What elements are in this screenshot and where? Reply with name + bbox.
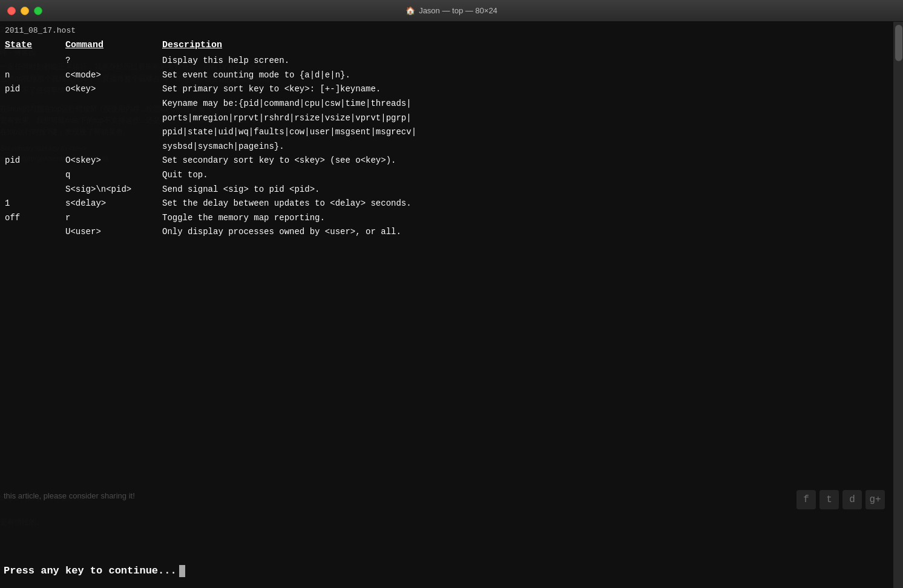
cell-command <box>65 140 162 154</box>
terminal: 2011_08_17.host 峰 - 博客园 一定任何时刻都能正常运行，我亲身… <box>0 22 893 588</box>
cell-description: Send signal <sig> to pid <pid>. <box>162 183 888 197</box>
terminal-help-overlay: 2011_08_17.host State Command Descriptio… <box>0 22 893 588</box>
scrollbar[interactable] <box>893 22 903 588</box>
table-row: pidO<skey>Set secondary sort key to <ske… <box>5 154 888 168</box>
cell-description: Set the delay between updates to <delay>… <box>162 197 888 211</box>
cell-command: c<mode> <box>65 68 162 83</box>
table-row: sysbsd|sysmach|pageins}. <box>5 140 888 154</box>
close-button[interactable] <box>7 7 16 15</box>
cell-state <box>5 111 65 126</box>
table-row: qQuit top. <box>5 168 888 183</box>
table-row: offrToggle the memory map reporting. <box>5 211 888 226</box>
table-row: ppid|state|uid|wq|faults|cow|user|msgsen… <box>5 125 888 140</box>
col-header-description: Description <box>162 38 888 54</box>
traffic-lights <box>7 7 42 15</box>
cell-state <box>5 183 65 197</box>
header-row: 2011_08_17.host <box>5 25 888 36</box>
googleplus-icon[interactable]: g+ <box>865 490 885 509</box>
table-row: ?Display this help screen. <box>5 54 888 68</box>
cell-command: q <box>65 168 162 183</box>
cell-state <box>5 225 65 240</box>
cell-state <box>5 54 65 68</box>
cell-command: s<delay> <box>65 197 162 211</box>
cell-description: Display this help screen. <box>162 54 888 68</box>
col-header-command: Command <box>65 38 162 54</box>
cell-command: U<user> <box>65 225 162 240</box>
cell-description: Only display processes owned by <user>, … <box>162 225 888 240</box>
cell-command <box>65 97 162 111</box>
cell-state: 1 <box>5 197 65 211</box>
cell-description: Set primary sort key to <key>: [+-]keyna… <box>162 82 888 97</box>
cell-command: O<skey> <box>65 154 162 168</box>
digg-icon[interactable]: d <box>842 490 862 509</box>
cell-description: Keyname may be:{pid|command|cpu|csw|time… <box>162 97 888 111</box>
minimize-button[interactable] <box>21 7 29 15</box>
table-row: U<user>Only display processes owned by <… <box>5 225 888 240</box>
cell-state <box>5 125 65 140</box>
table-row: S<sig>\n<pid>Send signal <sig> to pid <p… <box>5 183 888 197</box>
cursor <box>179 565 185 577</box>
title-bar: 🏠 Jason — top — 80×24 <box>0 0 903 22</box>
cell-command: S<sig>\n<pid> <box>65 183 162 197</box>
twitter-icon[interactable]: t <box>819 490 839 509</box>
cell-description: ports|mregion|rprvt|rshrd|rsize|vsize|vp… <box>162 111 888 126</box>
cell-description: Toggle the memory map reporting. <box>162 211 888 226</box>
cell-command: ? <box>65 54 162 68</box>
cell-command <box>65 111 162 126</box>
help-table: State Command Description ?Display this … <box>5 38 888 240</box>
table-row: ports|mregion|rprvt|rshrd|rsize|vsize|vp… <box>5 111 888 126</box>
facebook-icon[interactable]: f <box>796 490 816 509</box>
col-header-state: State <box>5 38 65 54</box>
cell-command <box>65 125 162 140</box>
cell-description: ppid|state|uid|wq|faults|cow|user|msgsen… <box>162 125 888 140</box>
table-row: nc<mode>Set event counting mode to {a|d|… <box>5 68 888 83</box>
cell-description: Set secondary sort key to <skey> (see o<… <box>162 154 888 168</box>
cell-description: sysbsd|sysmach|pageins}. <box>162 140 888 154</box>
cell-description: Set event counting mode to {a|d|e|n}. <box>162 68 888 83</box>
cell-state: off <box>5 211 65 226</box>
press-any-key: Press any key to continue... <box>4 564 185 578</box>
table-row: Keyname may be:{pid|command|cpu|csw|time… <box>5 97 888 111</box>
cell-state: pid <box>5 154 65 168</box>
window-title: 🏠 Jason — top — 80×24 <box>406 6 497 15</box>
sharing-text: this article, please consider sharing it… <box>4 491 135 500</box>
maximize-button[interactable] <box>34 7 42 15</box>
cell-command: o<key> <box>65 82 162 97</box>
cell-state <box>5 97 65 111</box>
table-row: pido<key>Set primary sort key to <key>: … <box>5 82 888 97</box>
home-icon: 🏠 <box>406 6 415 15</box>
cell-state: pid <box>5 82 65 97</box>
table-row: 1s<delay>Set the delay between updates t… <box>5 197 888 211</box>
cell-command: r <box>65 211 162 226</box>
cell-description: Quit top. <box>162 168 888 183</box>
cell-state <box>5 168 65 183</box>
scrollbar-thumb[interactable] <box>895 25 902 61</box>
social-icons: f t d g+ <box>796 490 885 509</box>
cell-state <box>5 140 65 154</box>
cell-state: n <box>5 68 65 83</box>
